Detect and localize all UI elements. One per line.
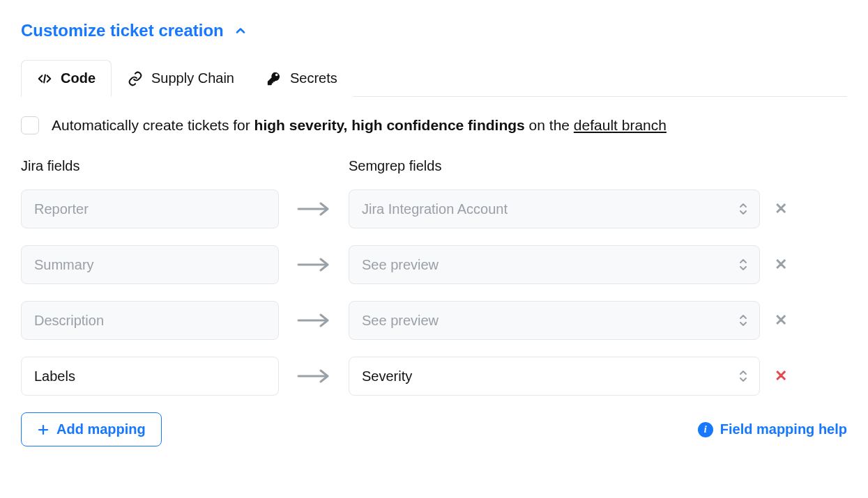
add-mapping-label: Add mapping bbox=[56, 421, 146, 437]
arrow-icon bbox=[279, 258, 349, 272]
select-caret-icon bbox=[738, 370, 748, 382]
jira-fields-header: Jira fields bbox=[21, 158, 279, 174]
auto-create-row: Automatically create tickets for high se… bbox=[21, 116, 847, 134]
mapping-row: Reporter Jira Integration Account ✕ bbox=[21, 189, 847, 228]
tab-label: Code bbox=[61, 70, 96, 86]
add-mapping-button[interactable]: Add mapping bbox=[21, 412, 162, 446]
key-icon bbox=[266, 71, 282, 86]
jira-field-value: Labels bbox=[34, 368, 75, 384]
semgrep-field-select: See preview bbox=[349, 245, 760, 284]
tab-secrets[interactable]: Secrets bbox=[250, 60, 353, 97]
plus-icon bbox=[37, 423, 50, 436]
semgrep-fields-header: Semgrep fields bbox=[349, 158, 760, 174]
help-link-label: Field mapping help bbox=[720, 421, 847, 437]
mapping-row: Labels Severity ✕ bbox=[21, 357, 847, 396]
semgrep-field-select: Jira Integration Account bbox=[349, 189, 760, 228]
delete-mapping-button: ✕ bbox=[767, 251, 795, 279]
tab-supply-chain[interactable]: Supply Chain bbox=[112, 60, 250, 97]
delete-mapping-button: ✕ bbox=[767, 195, 795, 223]
link-icon bbox=[128, 71, 143, 86]
select-caret-icon bbox=[738, 203, 748, 215]
semgrep-field-value: Severity bbox=[362, 368, 412, 384]
semgrep-field-value: See preview bbox=[362, 257, 439, 273]
mapping-row: Summary See preview ✕ bbox=[21, 245, 847, 284]
tabs: Code Supply Chain Secrets bbox=[21, 60, 847, 97]
info-icon: i bbox=[698, 422, 713, 437]
footer: Add mapping i Field mapping help bbox=[21, 412, 847, 446]
jira-field-input: Summary bbox=[21, 245, 279, 284]
svg-line-0 bbox=[44, 75, 45, 82]
semgrep-field-select[interactable]: Severity bbox=[349, 357, 760, 396]
auto-create-prefix: Automatically create tickets for bbox=[52, 117, 254, 133]
auto-create-middle: on the bbox=[525, 117, 574, 133]
mapping-row: Description See preview ✕ bbox=[21, 301, 847, 340]
jira-field-select[interactable]: Labels bbox=[21, 357, 279, 396]
arrow-icon bbox=[279, 369, 349, 383]
field-mapping-help-link[interactable]: i Field mapping help bbox=[698, 421, 847, 437]
arrow-icon bbox=[279, 202, 349, 216]
select-caret-icon bbox=[738, 314, 748, 327]
chevron-up-icon bbox=[234, 24, 248, 38]
semgrep-field-select: See preview bbox=[349, 301, 760, 340]
delete-mapping-button[interactable]: ✕ bbox=[767, 362, 795, 390]
arrow-icon bbox=[279, 313, 349, 327]
semgrep-field-value: Jira Integration Account bbox=[362, 201, 508, 217]
section-title: Customize ticket creation bbox=[21, 21, 224, 40]
section-toggle[interactable]: Customize ticket creation bbox=[21, 21, 847, 40]
semgrep-field-value: See preview bbox=[362, 313, 439, 329]
jira-field-input: Reporter bbox=[21, 189, 279, 228]
select-caret-icon bbox=[738, 258, 748, 271]
jira-field-value: Description bbox=[34, 313, 104, 329]
jira-field-value: Summary bbox=[34, 257, 94, 273]
column-headers: Jira fields Semgrep fields bbox=[21, 158, 847, 174]
auto-create-branch: default branch bbox=[574, 117, 667, 133]
tab-code[interactable]: Code bbox=[21, 60, 112, 97]
code-icon bbox=[37, 71, 52, 86]
auto-create-label: Automatically create tickets for high se… bbox=[52, 117, 667, 134]
auto-create-checkbox[interactable] bbox=[21, 116, 39, 134]
jira-field-input: Description bbox=[21, 301, 279, 340]
jira-field-value: Reporter bbox=[34, 201, 89, 217]
delete-mapping-button: ✕ bbox=[767, 306, 795, 334]
tab-label: Secrets bbox=[290, 70, 337, 86]
tab-label: Supply Chain bbox=[151, 70, 234, 86]
auto-create-bold: high severity, high confidence findings bbox=[254, 117, 525, 133]
